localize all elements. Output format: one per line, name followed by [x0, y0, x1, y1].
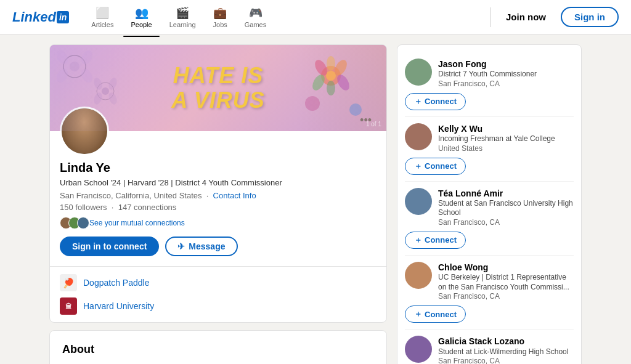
nav-item-people[interactable]: 👥 People: [123, 2, 159, 32]
dogpatch-icon: 🏓: [60, 274, 77, 291]
nav-item-jobs[interactable]: 💼 Jobs: [206, 2, 235, 32]
profile-cta-buttons: Sign in to connect ✈ Message: [60, 237, 377, 256]
main-nav: ⬜ Articles 👥 People 🎬 Learning 💼 Jobs 🎮 …: [84, 2, 491, 32]
nav-label-jobs: Jobs: [213, 21, 227, 28]
jobs-icon: 💼: [213, 6, 227, 20]
profile-name: Linda Ye: [60, 161, 377, 175]
person-location-0: San Francisco, CA: [438, 79, 574, 88]
nav-item-learning[interactable]: 🎬 Learning: [162, 2, 203, 32]
sidebar-person-3: Chloe Wong UC Berkeley | District 1 Repr…: [405, 256, 574, 330]
svg-point-11: [102, 87, 109, 95]
svg-point-10: [107, 92, 118, 106]
cover-text: HATE IS A VIRUS: [171, 63, 265, 112]
mutual-avatar-3: [77, 217, 89, 229]
connect-plus-icon-3: ＋: [414, 309, 422, 320]
sidebar-person-0: Jason Fong District 7 Youth Commissioner…: [405, 52, 574, 117]
main-content: HATE IS A VIRUS 1 of 1 ••• Linda Ye Urba…: [0, 34, 631, 364]
person-title-1: Incoming Freshman at Yale College: [438, 134, 574, 144]
person-row-1: Kelly X Wu Incoming Freshman at Yale Col…: [405, 123, 574, 153]
nav-label-people: People: [131, 21, 152, 28]
connect-plus-icon-1: ＋: [414, 161, 422, 172]
games-icon: 🎮: [249, 6, 263, 20]
people-icon: 👥: [135, 6, 149, 20]
mutual-text: See your mutual connections: [89, 219, 185, 227]
nav-label-articles: Articles: [91, 21, 113, 28]
sidebar-person-4: Galicia Stack Lozano Student at Lick-Wil…: [405, 330, 574, 364]
about-title: About: [62, 343, 374, 356]
person-name-3: Chloe Wong: [438, 262, 574, 273]
link-harvard[interactable]: 🏛 Harvard University: [60, 297, 377, 315]
cover-flowers-right: [294, 48, 374, 128]
nav-item-articles[interactable]: ⬜ Articles: [84, 2, 121, 32]
harvard-label: Harvard University: [83, 301, 154, 311]
svg-point-13: [326, 71, 336, 81]
connect-button-0[interactable]: ＋ Connect: [405, 93, 466, 110]
profile-card: HATE IS A VIRUS 1 of 1 ••• Linda Ye Urba…: [49, 44, 387, 323]
connect-plus-icon-0: ＋: [414, 96, 422, 107]
person-name-1: Kelly X Wu: [438, 123, 574, 134]
svg-point-19: [327, 81, 335, 95]
person-location-3: San Francisco, CA: [438, 292, 574, 301]
contact-info-link[interactable]: Contact Info: [213, 191, 256, 200]
header: Linkedin ⬜ Articles 👥 People 🎬 Learning …: [0, 0, 631, 34]
person-info-1: Kelly X Wu Incoming Freshman at Yale Col…: [438, 123, 574, 153]
profile-headline: Urban School '24 | Harvard '28 | Distric…: [60, 177, 377, 188]
mutual-connections[interactable]: See your mutual connections: [60, 217, 377, 229]
harvard-icon: 🏛: [60, 297, 77, 315]
person-info-0: Jason Fong District 7 Youth Commissioner…: [438, 59, 574, 88]
articles-icon: ⬜: [96, 6, 109, 20]
nav-item-games[interactable]: 🎮 Games: [237, 2, 274, 32]
svg-point-21: [349, 103, 362, 116]
message-icon: ✈: [177, 241, 185, 251]
message-button[interactable]: ✈ Message: [165, 237, 237, 256]
connect-button-3[interactable]: ＋ Connect: [405, 305, 466, 323]
cover-page-indicator: 1 of 1: [366, 121, 381, 127]
cover-flowers-left: [56, 48, 130, 128]
logo[interactable]: Linkedin: [12, 9, 69, 25]
connect-button-2[interactable]: ＋ Connect: [405, 232, 466, 249]
person-avatar-1: [405, 123, 432, 150]
person-avatar-3: [405, 262, 432, 289]
sign-in-connect-button[interactable]: Sign in to connect: [60, 237, 159, 256]
person-title-4: Student at Lick-Wilmerding High School: [438, 347, 574, 357]
person-title-3: UC Berkeley | District 1 Representative …: [438, 273, 574, 292]
person-avatar-2: [405, 188, 432, 215]
join-now-button[interactable]: Join now: [499, 7, 553, 27]
link-dogpatch[interactable]: 🏓 Dogpatch Paddle: [60, 274, 377, 291]
profile-links: 🏓 Dogpatch Paddle 🏛 Harvard University: [50, 266, 386, 322]
person-info-3: Chloe Wong UC Berkeley | District 1 Repr…: [438, 262, 574, 301]
svg-point-8: [107, 77, 118, 91]
svg-point-18: [327, 56, 335, 71]
person-title-2: Student at San Francisco University High…: [438, 199, 574, 218]
person-info-4: Galicia Stack Lozano Student at Lick-Wil…: [438, 336, 574, 364]
sidebar-person-2: Téa Lonné Amir Student at San Francisco …: [405, 182, 574, 256]
profile-location: San Francisco, California, United States…: [60, 191, 377, 200]
profile-info: Linda Ye Urban School '24 | Harvard '28 …: [50, 156, 386, 266]
sidebar-people-card: Jason Fong District 7 Youth Commissioner…: [397, 44, 582, 364]
connect-button-1[interactable]: ＋ Connect: [405, 158, 466, 175]
dogpatch-label: Dogpatch Paddle: [83, 278, 149, 288]
logo-box: in: [57, 11, 69, 23]
mutual-avatars: [60, 217, 86, 229]
person-row-3: Chloe Wong UC Berkeley | District 1 Repr…: [405, 262, 574, 301]
person-row-2: Téa Lonné Amir Student at San Francisco …: [405, 188, 574, 227]
person-name-4: Galicia Stack Lozano: [438, 336, 574, 347]
person-name-0: Jason Fong: [438, 59, 574, 70]
person-avatar-4: [405, 336, 432, 363]
profile-section: HATE IS A VIRUS 1 of 1 ••• Linda Ye Urba…: [49, 44, 387, 364]
svg-point-9: [92, 92, 104, 106]
person-info-2: Téa Lonné Amir Student at San Francisco …: [438, 188, 574, 227]
person-name-2: Téa Lonné Amir: [438, 188, 574, 199]
sidebar-person-1: Kelly X Wu Incoming Freshman at Yale Col…: [405, 117, 574, 182]
connect-plus-icon-2: ＋: [414, 235, 422, 246]
svg-point-1: [70, 62, 79, 71]
person-location-4: San Francisco, CA: [438, 357, 574, 364]
learning-icon: 🎬: [176, 6, 189, 20]
about-card: About Linda Ye is a young activist, stud…: [49, 330, 387, 364]
profile-connections-count: 150 followers · 147 connections: [60, 203, 377, 212]
person-location-1: United States: [438, 144, 574, 153]
person-title-0: District 7 Youth Commissioner: [438, 70, 574, 79]
nav-divider: [491, 7, 491, 27]
sign-in-button[interactable]: Sign in: [561, 7, 619, 27]
person-row-0: Jason Fong District 7 Youth Commissioner…: [405, 59, 574, 88]
